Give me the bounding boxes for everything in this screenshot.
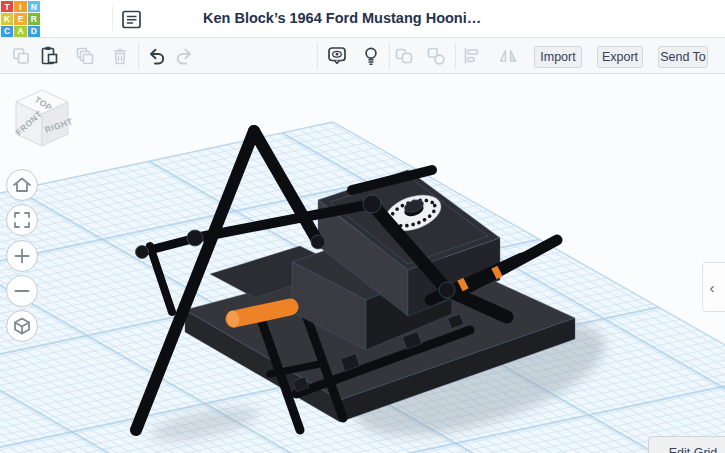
send-to-button[interactable]: Send To	[658, 46, 708, 68]
redo-icon	[174, 45, 196, 67]
chevron-left-icon: ‹	[703, 280, 725, 295]
import-button[interactable]: Import	[534, 46, 582, 68]
show-all-eye-bubble-icon[interactable]	[326, 45, 348, 67]
design-title[interactable]: Ken Block’s 1964 Ford Mustang Hooni…	[203, 0, 481, 37]
tinkercad-logo-icon[interactable]: T I N K E R C A D	[1, 1, 40, 37]
align-icon	[460, 45, 482, 67]
home-icon	[9, 172, 35, 198]
logo-tile: N	[28, 1, 40, 12]
logo-tile: R	[28, 13, 40, 24]
view-cube[interactable]: TOP FRONT RIGHT	[4, 80, 82, 166]
logo-tile: C	[1, 26, 13, 37]
divider	[317, 43, 318, 69]
paste-icon[interactable]	[38, 45, 60, 67]
3d-scene[interactable]	[0, 74, 725, 453]
shapes-panel-toggle[interactable]: ‹	[702, 262, 725, 312]
delete-trash-icon	[109, 45, 131, 67]
tips-bulb-icon[interactable]	[360, 45, 382, 67]
copy-icon	[10, 45, 32, 67]
perspective-toggle-button[interactable]	[6, 310, 38, 342]
mirror-flip-icon	[497, 45, 519, 67]
logo-tile: A	[14, 26, 26, 37]
plus-icon	[9, 243, 35, 269]
logo-tile: D	[28, 26, 40, 37]
edit-grid-button[interactable]: Edit Grid	[648, 436, 725, 453]
ungroup-icon	[425, 45, 447, 67]
divider	[112, 6, 113, 31]
fit-view-button[interactable]	[6, 204, 38, 236]
fit-view-icon	[9, 207, 35, 233]
divider	[455, 43, 456, 69]
undo-icon[interactable]	[145, 45, 167, 67]
top-bar: T I N K E R C A D Ken Block’s 1964 Ford …	[0, 0, 725, 38]
group-icon	[393, 45, 415, 67]
minus-icon	[9, 278, 35, 304]
logo-tile: T	[1, 1, 13, 12]
zoom-out-button[interactable]	[6, 275, 38, 307]
home-view-button[interactable]	[6, 169, 38, 201]
export-button[interactable]: Export	[597, 46, 643, 68]
zoom-in-button[interactable]	[6, 240, 38, 272]
tool-bar: Import Export Send To	[0, 38, 725, 74]
divider	[138, 43, 139, 69]
logo-tile: E	[14, 13, 26, 24]
viewport[interactable]: TOP FRONT RIGHT	[0, 74, 725, 453]
perspective-cube-icon	[9, 313, 35, 339]
divider	[389, 43, 390, 69]
logo-tile: K	[1, 13, 13, 24]
tinkercad-app: T I N K E R C A D Ken Block’s 1964 Ford …	[0, 0, 725, 453]
logo-tile: I	[14, 1, 26, 12]
design-properties-icon[interactable]	[121, 9, 142, 30]
duplicate-icon	[74, 45, 96, 67]
